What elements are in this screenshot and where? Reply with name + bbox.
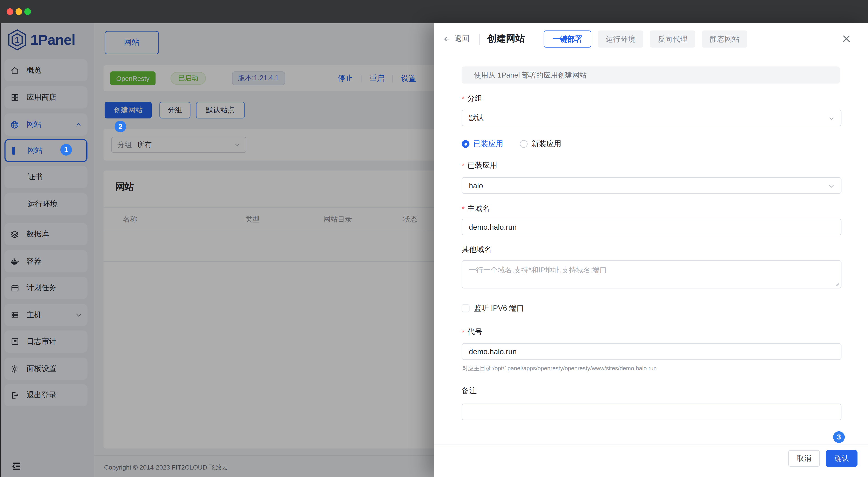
code-input[interactable]: demo.halo.run (462, 343, 841, 360)
installed-app-select[interactable]: halo (462, 177, 841, 194)
confirm-button[interactable]: 确认 (826, 450, 858, 467)
window-titlebar (0, 0, 868, 23)
tab-one-click-deploy[interactable]: 一键部署 (544, 31, 591, 48)
back-arrow-icon (443, 35, 451, 43)
info-banner: 使用从 1Panel 部署的应用创建网站 (462, 66, 840, 84)
installed-app-field-label: 已装应用 (462, 160, 497, 171)
new-app-radio[interactable] (520, 140, 528, 148)
ipv6-checkbox[interactable] (462, 304, 469, 312)
ipv6-checkbox-label[interactable]: 监听 IPV6 端口 (474, 303, 524, 313)
close-icon[interactable] (840, 33, 852, 45)
new-app-radio-label[interactable]: 新装应用 (531, 139, 561, 149)
app-window: 1 1Panel 概览 应用商店 网站 (0, 0, 868, 477)
drawer-footer-divider (434, 445, 868, 445)
create-website-drawer: 返回 创建网站 一键部署 运行环境 反向代理 静态网站 使用从 1Panel 部… (434, 23, 868, 477)
code-helper-text: 对应主目录:/opt/1panel/apps/openresty/openres… (462, 365, 657, 372)
annotation-step-1-badge: 1 (60, 144, 72, 155)
installed-app-radio[interactable] (462, 140, 469, 148)
chevron-down-icon (828, 183, 835, 189)
remark-input[interactable] (462, 404, 841, 420)
back-button[interactable]: 返回 (443, 34, 469, 43)
zoom-window-button[interactable] (24, 8, 31, 15)
close-window-button[interactable] (6, 8, 13, 15)
group-select-value: 默认 (469, 113, 484, 123)
group-select[interactable]: 默认 (462, 110, 841, 126)
other-domains-field-label: 其他域名 (462, 245, 491, 255)
back-label: 返回 (455, 34, 469, 43)
chevron-down-icon (828, 115, 835, 122)
tab-runtime[interactable]: 运行环境 (598, 31, 643, 48)
app-mode-radio-group: 已装应用 新装应用 (462, 140, 561, 148)
modal-dim-overlay[interactable] (0, 23, 434, 477)
remark-field-label: 备注 (462, 386, 476, 396)
annotation-step-3-badge: 3 (833, 431, 845, 443)
other-domains-placeholder: 一行一个域名,支持*和IP地址,支持域名:端口 (469, 266, 607, 274)
tab-reverse-proxy[interactable]: 反向代理 (650, 31, 695, 48)
drawer-title: 创建网站 (487, 32, 525, 45)
resize-handle-icon[interactable] (834, 281, 839, 286)
cancel-button[interactable]: 取消 (788, 450, 820, 467)
annotation-step-2-badge: 2 (115, 121, 126, 132)
ipv6-checkbox-row: 监听 IPV6 端口 (462, 303, 524, 313)
tab-static-site[interactable]: 静态网站 (702, 31, 747, 48)
code-field-label: 代号 (462, 327, 482, 337)
divider (479, 34, 480, 45)
installed-app-radio-label[interactable]: 已装应用 (473, 139, 503, 149)
group-field-label: 分组 (462, 94, 482, 103)
primary-domain-field-label: 主域名 (462, 204, 490, 214)
drawer-header: 返回 创建网站 一键部署 运行环境 反向代理 静态网站 (434, 23, 868, 55)
other-domains-textarea[interactable]: 一行一个域名,支持*和IP地址,支持域名:端口 (462, 260, 841, 289)
installed-app-select-value: halo (469, 181, 483, 190)
code-value: demo.halo.run (469, 348, 517, 356)
minimize-window-button[interactable] (16, 8, 22, 15)
primary-domain-input[interactable]: demo.halo.run (462, 218, 841, 235)
primary-domain-value: demo.halo.run (469, 223, 517, 231)
